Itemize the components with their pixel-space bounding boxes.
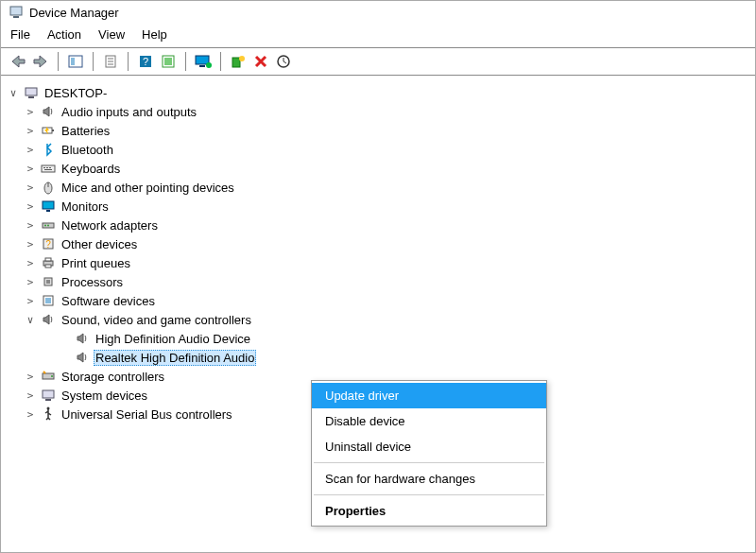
tree-node[interactable]: >Network adapters bbox=[7, 216, 749, 234]
device-tree[interactable]: ∨ DESKTOP- >Audio inputs and outputs>Bat… bbox=[1, 76, 755, 542]
title-bar: Device Manager bbox=[1, 1, 755, 24]
svg-rect-3 bbox=[71, 58, 75, 65]
tree-node-label: Storage controllers bbox=[60, 370, 166, 384]
show-hide-tree-button[interactable] bbox=[66, 52, 85, 71]
expander-icon[interactable]: > bbox=[24, 125, 37, 137]
tree-node-label: Keyboards bbox=[60, 162, 122, 176]
expander-icon[interactable]: > bbox=[24, 163, 37, 175]
svg-rect-23 bbox=[43, 167, 45, 168]
tree-node-root[interactable]: ∨ DESKTOP- bbox=[7, 83, 749, 102]
software-icon bbox=[41, 293, 56, 308]
menu-action[interactable]: Action bbox=[47, 27, 81, 42]
tree-node[interactable]: >Bluetooth bbox=[7, 140, 749, 159]
back-button[interactable] bbox=[9, 52, 27, 71]
expander-icon[interactable]: > bbox=[24, 408, 37, 421]
tree-node[interactable]: >Processors bbox=[7, 272, 749, 291]
context-menu-item[interactable]: Update driver bbox=[312, 383, 546, 408]
expander-icon[interactable]: > bbox=[24, 238, 37, 251]
tree-node[interactable]: >Print queues bbox=[7, 253, 749, 272]
svg-rect-15 bbox=[232, 58, 240, 67]
monitor-button[interactable] bbox=[194, 52, 213, 71]
scan-button[interactable] bbox=[274, 52, 293, 71]
context-menu-item[interactable]: Properties bbox=[312, 498, 546, 524]
cpu-icon bbox=[41, 274, 56, 289]
expander-icon[interactable]: > bbox=[24, 276, 37, 288]
svg-rect-24 bbox=[46, 167, 48, 168]
svg-rect-45 bbox=[43, 390, 54, 398]
svg-rect-37 bbox=[45, 258, 51, 261]
svg-rect-0 bbox=[10, 7, 22, 15]
speaker-icon bbox=[41, 312, 56, 327]
menu-help[interactable]: Help bbox=[142, 27, 167, 42]
forward-button[interactable] bbox=[31, 52, 50, 71]
svg-text:?: ? bbox=[45, 239, 51, 250]
tree-node-label: DESKTOP- bbox=[43, 86, 109, 100]
svg-rect-21 bbox=[52, 130, 54, 131]
expander-icon[interactable]: > bbox=[24, 371, 37, 383]
menu-file[interactable]: File bbox=[10, 27, 30, 42]
tree-node-label: Universal Serial Bus controllers bbox=[60, 407, 234, 422]
toolbar-separator bbox=[93, 52, 94, 71]
context-menu-separator bbox=[314, 494, 544, 495]
expander-icon[interactable]: ∨ bbox=[7, 87, 20, 99]
tree-node-label: High Definition Audio Device bbox=[94, 332, 252, 346]
context-menu-item[interactable]: Uninstall device bbox=[312, 434, 546, 459]
add-hardware-button[interactable] bbox=[229, 52, 248, 71]
remove-button[interactable] bbox=[251, 52, 270, 71]
battery-icon bbox=[41, 123, 56, 138]
expander-icon[interactable]: > bbox=[24, 219, 37, 232]
tree-node[interactable]: >Software devices bbox=[7, 291, 749, 310]
svg-rect-38 bbox=[45, 265, 51, 268]
system-icon bbox=[41, 388, 56, 403]
svg-rect-30 bbox=[46, 210, 50, 212]
expander-icon[interactable]: ∨ bbox=[24, 314, 37, 326]
tree-node[interactable]: >Batteries bbox=[7, 121, 749, 140]
tree-node-label: Mice and other pointing devices bbox=[60, 181, 236, 195]
tree-node[interactable]: ∨Sound, video and game controllers bbox=[7, 310, 749, 329]
tree-node[interactable]: Realtek High Definition Audio bbox=[7, 348, 749, 367]
computer-icon bbox=[24, 85, 39, 100]
printer-icon bbox=[41, 255, 56, 270]
tree-node[interactable]: >Keyboards bbox=[7, 159, 749, 178]
expander-icon[interactable]: > bbox=[24, 106, 37, 118]
tree-node[interactable]: >Mice and other pointing devices bbox=[7, 178, 749, 197]
svg-rect-18 bbox=[26, 88, 37, 95]
tree-node-label: Realtek High Definition Audio bbox=[94, 350, 256, 366]
tree-node-label: Bluetooth bbox=[60, 143, 115, 157]
menu-view[interactable]: View bbox=[98, 27, 125, 42]
svg-rect-26 bbox=[44, 169, 52, 170]
svg-rect-22 bbox=[42, 165, 55, 172]
expander-icon[interactable]: > bbox=[24, 200, 37, 213]
tree-node-label: Network adapters bbox=[60, 218, 160, 233]
storage-icon bbox=[41, 369, 56, 384]
tree-node[interactable]: >?Other devices bbox=[7, 234, 749, 253]
svg-point-44 bbox=[51, 375, 53, 377]
toolbar-separator bbox=[185, 52, 186, 71]
monitor-icon bbox=[41, 199, 56, 214]
context-menu-item[interactable]: Scan for hardware changes bbox=[312, 466, 546, 492]
context-menu-item[interactable]: Disable device bbox=[312, 408, 546, 434]
help-button[interactable]: ? bbox=[136, 52, 155, 71]
tree-node-label: System devices bbox=[60, 389, 149, 403]
svg-point-14 bbox=[206, 62, 212, 68]
context-menu-separator bbox=[314, 462, 544, 463]
tree-node-label: Sound, video and game controllers bbox=[60, 313, 253, 327]
tree-node[interactable]: High Definition Audio Device bbox=[7, 329, 749, 348]
svg-rect-11 bbox=[164, 58, 172, 65]
properties-button[interactable] bbox=[101, 52, 120, 71]
expander-icon[interactable]: > bbox=[24, 257, 37, 269]
svg-point-47 bbox=[47, 407, 50, 410]
svg-rect-12 bbox=[196, 56, 209, 64]
update-driver-button[interactable] bbox=[159, 52, 178, 71]
toolbar: ? bbox=[1, 47, 755, 76]
svg-point-33 bbox=[47, 225, 49, 227]
svg-rect-1 bbox=[13, 16, 19, 18]
tree-node[interactable]: >Monitors bbox=[7, 197, 749, 216]
expander-icon[interactable]: > bbox=[24, 389, 37, 402]
expander-icon[interactable]: > bbox=[24, 295, 37, 307]
toolbar-separator bbox=[58, 52, 59, 71]
speaker-icon bbox=[75, 350, 90, 365]
expander-icon[interactable]: > bbox=[24, 144, 37, 156]
tree-node[interactable]: >Audio inputs and outputs bbox=[7, 102, 749, 121]
expander-icon[interactable]: > bbox=[24, 181, 37, 194]
